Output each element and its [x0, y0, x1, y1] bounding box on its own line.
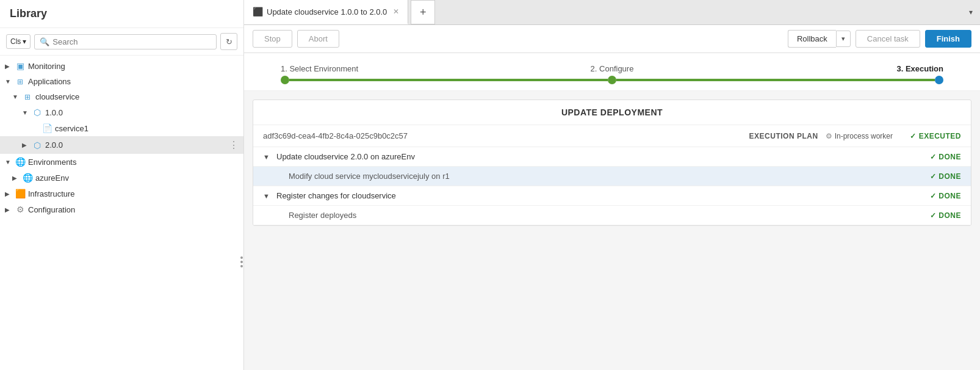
sidebar-item-cloudservice[interactable]: ▼ ⊞ cloudservice: [0, 89, 243, 104]
cls-dropdown[interactable]: Cls ▾: [6, 34, 31, 49]
deployment-title: UPDATE DEPLOYMENT: [253, 100, 971, 125]
sidebar-item-label: cloudservice: [35, 92, 239, 101]
check-icon: ✓: [930, 172, 937, 181]
check-icon: ✓: [930, 192, 937, 200]
task-status: ✓ DONE: [930, 153, 961, 161]
step1-line: [289, 79, 608, 81]
step1-label: 1. Select Environment: [281, 64, 502, 73]
arrow-icon: ▼: [22, 109, 29, 116]
sidebar-item-infrastructure[interactable]: ▶ 🟧 Infrastructure: [0, 186, 243, 201]
file-icon: 📄: [41, 123, 52, 133]
steps-container: 1. Select Environment 2. Configure 3. Ex…: [244, 53, 980, 91]
task-row: ▼ Update cloudservice 2.0.0 on azureEnv …: [253, 147, 971, 167]
env-icon: 🌐: [15, 157, 26, 167]
box-icon: ⬡: [32, 107, 43, 117]
arrow-icon: ▼: [5, 159, 12, 165]
toolbar: Stop Abort Rollback ▾ Cancel task Finish: [244, 25, 980, 53]
search-icon: 🔍: [40, 37, 49, 46]
task-label: Register deployeds: [276, 211, 925, 220]
cls-label: Cls: [10, 37, 21, 46]
expand-icon[interactable]: ▼: [263, 153, 272, 161]
sidebar-item-v2[interactable]: ▶ ⬡ 2.0.0 ⋮: [0, 136, 243, 154]
search-input[interactable]: [52, 37, 211, 46]
status-label: EXECUTED: [919, 132, 961, 140]
arrow-icon: ▶: [5, 63, 12, 70]
step-labels: 1. Select Environment 2. Configure 3. Ex…: [281, 64, 943, 73]
gear-icon: ⚙: [826, 132, 832, 140]
finish-button[interactable]: Finish: [925, 30, 971, 48]
sidebar-item-label: Applications: [28, 77, 239, 86]
apps-icon: ⊞: [22, 93, 33, 101]
sidebar-tree: ▶ ▣ Monitoring ▼ ⊞ Applications ▼ ⊞ clou…: [0, 56, 243, 370]
sidebar-item-v1[interactable]: ▼ ⬡ 1.0.0: [0, 104, 243, 120]
sidebar-item-label: azureEnv: [35, 173, 239, 183]
sidebar-vertical-dots[interactable]: [240, 256, 243, 267]
cls-chevron-icon: ▾: [23, 37, 26, 46]
sidebar-item-label: 1.0.0: [45, 108, 239, 117]
infra-icon: 🟧: [15, 189, 26, 198]
task-label: Register changes for cloudservice: [276, 191, 925, 200]
sidebar-item-applications[interactable]: ▼ ⊞ Applications: [0, 74, 243, 89]
sidebar-item-label: cservice1: [55, 124, 239, 133]
refresh-button[interactable]: ↻: [220, 33, 237, 50]
config-icon: ⚙: [15, 205, 26, 214]
abort-button[interactable]: Abort: [297, 30, 339, 48]
sidebar-item-azureenv[interactable]: ▶ 🌐 azureEnv: [0, 170, 243, 186]
close-tab-icon[interactable]: ✕: [393, 7, 399, 16]
worker-info: ⚙ In-process worker: [826, 132, 893, 140]
step-track: [281, 76, 943, 84]
sidebar-item-label: Infrastructure: [28, 189, 239, 198]
apps-icon: ⊞: [15, 78, 26, 86]
step1-dot: [281, 76, 289, 84]
context-menu-icon[interactable]: ⋮: [229, 139, 239, 151]
check-icon: ✓: [930, 153, 937, 161]
execution-plan-label: EXECUTION PLAN: [749, 132, 818, 140]
sidebar-item-label: Configuration: [28, 205, 239, 214]
check-icon: ✓: [910, 132, 917, 140]
arrow-icon: ▶: [5, 190, 12, 197]
deployment-box: UPDATE DEPLOYMENT adf3c69d-cea4-4fb2-8c4…: [253, 100, 971, 226]
steps-wrapper: 1. Select Environment 2. Configure 3. Ex…: [281, 64, 943, 84]
step3-dot: [935, 76, 943, 84]
sidebar-search-bar: Cls ▾ 🔍 ↻: [0, 28, 243, 56]
sidebar-title: Library: [0, 0, 243, 28]
status-text: DONE: [939, 211, 961, 220]
sidebar: Library Cls ▾ 🔍 ↻ ▶ ▣ Monitoring ▼ ⊞ App…: [0, 0, 244, 370]
tab-update-cloudservice[interactable]: ⬛ Update cloudservice 1.0.0 to 2.0.0 ✕: [244, 0, 408, 24]
sidebar-item-cservice1[interactable]: 📄 cservice1: [0, 120, 243, 136]
arrow-icon: ▼: [12, 93, 20, 100]
worker-label: In-process worker: [835, 132, 893, 140]
execution-id: adf3c69d-cea4-4fb2-8c4a-025c9b0c2c57: [263, 131, 742, 140]
add-tab-button[interactable]: +: [411, 0, 435, 24]
step2-line: [616, 79, 935, 81]
execution-header-row: adf3c69d-cea4-4fb2-8c4a-025c9b0c2c57 EXE…: [253, 125, 971, 147]
tab-scroll-icon[interactable]: ▾: [962, 0, 980, 24]
main-panel: ⬛ Update cloudservice 1.0.0 to 2.0.0 ✕ +…: [244, 0, 980, 370]
step3-label: 3. Execution: [722, 64, 943, 73]
rollback-dropdown-button[interactable]: ▾: [836, 31, 851, 47]
arrow-icon: ▶: [5, 206, 12, 213]
status-text: DONE: [939, 153, 961, 161]
status-text: DONE: [939, 172, 961, 181]
box-icon: ⬡: [32, 140, 43, 150]
rollback-button[interactable]: Rollback: [788, 30, 836, 48]
sidebar-item-monitoring[interactable]: ▶ ▣ Monitoring: [0, 58, 243, 74]
stop-button[interactable]: Stop: [253, 30, 292, 48]
status-text: DONE: [939, 192, 961, 200]
arrow-icon: ▶: [22, 142, 29, 148]
step2-dot: [608, 76, 616, 84]
tab-label: Update cloudservice 1.0.0 to 2.0.0: [267, 7, 387, 16]
arrow-icon: ▼: [5, 78, 12, 85]
top-status: ✓ EXECUTED: [900, 132, 961, 140]
search-box: 🔍: [34, 34, 217, 49]
task-label: Update cloudservice 2.0.0 on azureEnv: [276, 152, 925, 161]
cancel-task-button[interactable]: Cancel task: [856, 30, 920, 48]
monitor-icon: ▣: [15, 61, 26, 71]
expand-icon[interactable]: ▼: [263, 192, 272, 200]
sidebar-item-environments[interactable]: ▼ 🌐 Environments: [0, 154, 243, 170]
task-row: Register deployeds ✓ DONE: [253, 206, 971, 225]
task-row: Modify cloud service mycloudservicejuly …: [253, 167, 971, 186]
sidebar-item-configuration[interactable]: ▶ ⚙ Configuration: [0, 201, 243, 217]
sidebar-item-label: Monitoring: [28, 62, 239, 71]
step2-label: 2. Configure: [502, 64, 722, 73]
